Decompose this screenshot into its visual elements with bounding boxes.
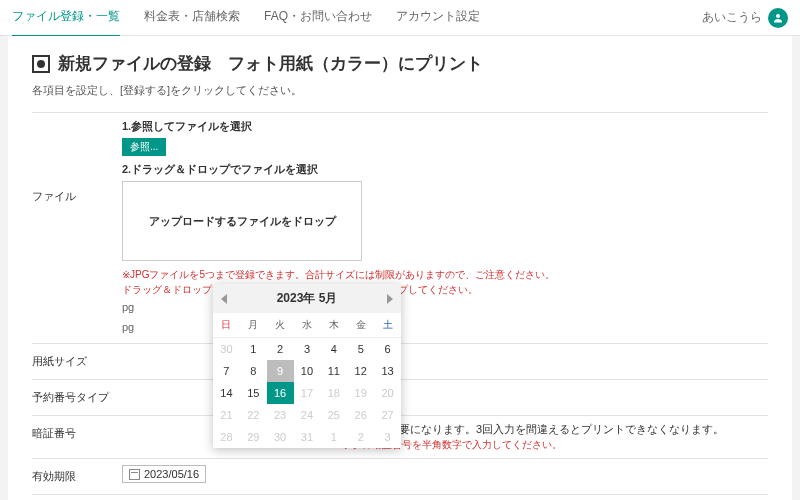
cal-day[interactable]: 29: [240, 426, 267, 448]
cal-day[interactable]: 14: [213, 382, 240, 404]
step1-label: 1.参照してファイルを選択: [122, 119, 768, 134]
cal-dow: 金: [347, 313, 374, 338]
cal-day[interactable]: 9: [267, 360, 294, 382]
cal-day[interactable]: 12: [347, 360, 374, 382]
user-name: あいこうら: [702, 9, 762, 26]
cal-day[interactable]: 17: [294, 382, 321, 404]
dropzone[interactable]: アップロードするファイルをドロップ: [122, 181, 362, 261]
cal-day[interactable]: 25: [320, 404, 347, 426]
avatar-icon: [768, 8, 788, 28]
row-notify: 登録結果通知 設定しない 設定する ※メールアドレス(1箇所のみ)を入力してくだ…: [32, 494, 768, 500]
cal-day[interactable]: 26: [347, 404, 374, 426]
cal-day[interactable]: 3: [294, 338, 321, 360]
cal-day[interactable]: 31: [294, 426, 321, 448]
step2-label: 2.ドラッグ＆ドロップでファイルを選択: [122, 162, 768, 177]
browse-button[interactable]: 参照...: [122, 138, 166, 156]
svg-point-0: [776, 14, 780, 18]
top-nav: ファイル登録・一覧料金表・店舗検索FAQ・お問い合わせアカウント設定 あいこうら: [0, 0, 800, 36]
file-note1: ※JPGファイルを5つまで登録できます。合計サイズには制限がありますので、ご注意…: [122, 267, 768, 282]
nav-item-1[interactable]: 料金表・店舗検索: [144, 0, 240, 37]
cal-day[interactable]: 2: [347, 426, 374, 448]
cal-dow: 木: [320, 313, 347, 338]
cal-dow: 月: [240, 313, 267, 338]
cal-day[interactable]: 4: [320, 338, 347, 360]
calendar-icon: [129, 469, 140, 480]
cal-day[interactable]: 10: [294, 360, 321, 382]
cal-day[interactable]: 2: [267, 338, 294, 360]
cal-day[interactable]: 7: [213, 360, 240, 382]
cal-day[interactable]: 30: [213, 338, 240, 360]
date-input[interactable]: 2023/05/16: [122, 465, 206, 483]
page-body: 新規ファイルの登録 フォト用紙（カラー）にプリント 各項目を設定し、[登録する]…: [8, 36, 792, 500]
cal-day[interactable]: 16: [267, 382, 294, 404]
cal-day[interactable]: 1: [320, 426, 347, 448]
nav-item-3[interactable]: アカウント設定: [396, 0, 480, 37]
calendar-popup: 2023年 5月 日月火水木金土301234567891011121314151…: [213, 284, 401, 448]
page-subtitle: 各項目を設定し、[登録する]をクリックしてください。: [32, 83, 768, 98]
cal-day[interactable]: 27: [374, 404, 401, 426]
cal-dow: 火: [267, 313, 294, 338]
cal-day[interactable]: 21: [213, 404, 240, 426]
cal-grid: 日月火水木金土301234567891011121314151617181920…: [213, 313, 401, 448]
cal-day[interactable]: 18: [320, 382, 347, 404]
nav-item-0[interactable]: ファイル登録・一覧: [12, 0, 120, 37]
label-resv: 予約番号タイプ: [32, 386, 122, 409]
photo-icon: [32, 55, 50, 73]
label-expire: 有効期限: [32, 465, 122, 488]
label-file: ファイル: [32, 119, 122, 208]
cal-day[interactable]: 3: [374, 426, 401, 448]
label-pin: 暗証番号: [32, 422, 122, 445]
cal-day[interactable]: 22: [240, 404, 267, 426]
nav-item-2[interactable]: FAQ・お問い合わせ: [264, 0, 372, 37]
cal-dow: 日: [213, 313, 240, 338]
cal-day[interactable]: 6: [374, 338, 401, 360]
cal-day[interactable]: 15: [240, 382, 267, 404]
cal-day[interactable]: 11: [320, 360, 347, 382]
cal-day[interactable]: 1: [240, 338, 267, 360]
cal-dow: 土: [374, 313, 401, 338]
cal-day[interactable]: 24: [294, 404, 321, 426]
cal-day[interactable]: 5: [347, 338, 374, 360]
user-menu[interactable]: あいこうら: [702, 8, 788, 28]
cal-day[interactable]: 30: [267, 426, 294, 448]
cal-day[interactable]: 19: [347, 382, 374, 404]
row-expire: 有効期限 2023/05/16: [32, 458, 768, 494]
cal-dow: 水: [294, 313, 321, 338]
nav-list: ファイル登録・一覧料金表・店舗検索FAQ・お問い合わせアカウント設定: [12, 0, 702, 37]
cal-day[interactable]: 28: [213, 426, 240, 448]
cal-next-icon[interactable]: [387, 294, 393, 304]
cal-day[interactable]: 23: [267, 404, 294, 426]
cal-day[interactable]: 20: [374, 382, 401, 404]
page-title: 新規ファイルの登録 フォト用紙（カラー）にプリント: [32, 52, 768, 75]
label-paper: 用紙サイズ: [32, 350, 122, 373]
cal-day[interactable]: 13: [374, 360, 401, 382]
cal-prev-icon[interactable]: [221, 294, 227, 304]
cal-title: 2023年 5月: [277, 290, 338, 307]
cal-day[interactable]: 8: [240, 360, 267, 382]
